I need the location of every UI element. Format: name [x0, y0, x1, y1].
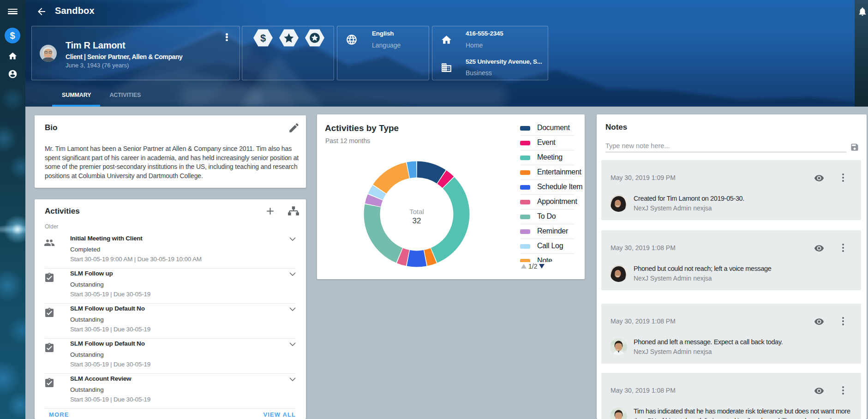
- svg-text:$: $: [260, 32, 266, 44]
